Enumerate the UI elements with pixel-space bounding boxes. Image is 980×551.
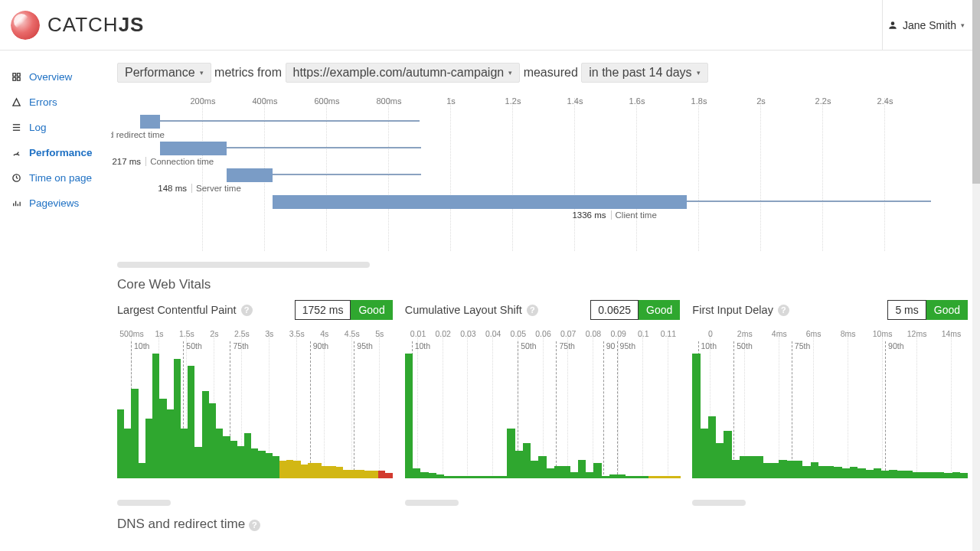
histogram-bar[interactable]	[562, 466, 570, 478]
histogram-bar[interactable]	[460, 476, 468, 478]
histogram-bar[interactable]	[223, 436, 230, 478]
sidebar-item-performance[interactable]: Performance	[0, 140, 111, 165]
histogram-bar[interactable]	[834, 467, 841, 478]
histogram-bar[interactable]	[842, 468, 850, 478]
histogram-bar[interactable]	[771, 463, 779, 478]
histogram-bar[interactable]	[468, 476, 475, 478]
histogram-scrollbar[interactable]	[117, 500, 171, 506]
histogram-bar[interactable]	[152, 354, 159, 478]
histogram-bar[interactable]	[251, 448, 258, 478]
histogram-bar[interactable]	[779, 460, 786, 478]
histogram-bar[interactable]	[444, 476, 452, 478]
help-icon[interactable]: ?	[527, 305, 538, 316]
histogram-bar[interactable]	[286, 460, 293, 478]
histogram-bar[interactable]	[420, 472, 428, 478]
histogram-bar[interactable]	[554, 466, 562, 478]
histogram-bar[interactable]	[475, 476, 483, 478]
histogram-bar[interactable]	[216, 429, 223, 478]
histogram-bar[interactable]	[538, 456, 546, 478]
histogram-bar[interactable]	[452, 476, 459, 478]
histogram-bar[interactable]	[756, 456, 763, 478]
sidebar-item-timeonpage[interactable]: Time on page	[0, 165, 111, 191]
histogram-bar[interactable]	[866, 470, 874, 478]
waterfall-bar[interactable]	[273, 195, 687, 209]
brand[interactable]: CATCHJS	[11, 11, 144, 40]
help-icon[interactable]: ?	[249, 520, 260, 531]
histogram-bar[interactable]	[850, 467, 858, 478]
waterfall-bar[interactable]	[160, 142, 227, 155]
histogram-bar[interactable]	[578, 460, 586, 478]
histogram-bar[interactable]	[124, 429, 131, 478]
histogram-bar[interactable]	[145, 419, 152, 478]
histogram-bar[interactable]	[405, 354, 413, 478]
histogram-bar[interactable]	[602, 476, 609, 478]
histogram-bar[interactable]	[826, 466, 834, 478]
sidebar-item-log[interactable]: Log	[0, 115, 111, 140]
histogram-bar[interactable]	[308, 463, 315, 478]
waterfall-bar[interactable]	[227, 168, 273, 182]
sidebar-item-errors[interactable]: Errors	[0, 90, 111, 115]
histogram-bar[interactable]	[188, 366, 194, 478]
histogram-bar[interactable]	[167, 409, 174, 478]
histogram-bar[interactable]	[515, 451, 523, 478]
help-icon[interactable]: ?	[241, 305, 253, 316]
histogram-bar[interactable]	[139, 463, 145, 478]
filter-kind-dropdown[interactable]: Performance▾	[117, 63, 211, 83]
histogram-bar[interactable]	[657, 476, 665, 478]
sidebar-item-overview[interactable]: Overview	[0, 64, 111, 90]
histogram-bar[interactable]	[665, 476, 672, 478]
histogram-bar[interactable]	[244, 433, 251, 478]
histogram-bar[interactable]	[364, 471, 371, 478]
histogram-bar[interactable]	[641, 476, 648, 478]
histogram-bar[interactable]	[921, 472, 929, 478]
histogram-bar[interactable]	[648, 476, 656, 478]
waterfall-bar[interactable]	[140, 115, 160, 129]
histogram-bar[interactable]	[194, 447, 201, 478]
histogram-bar[interactable]	[547, 468, 554, 478]
histogram-bar[interactable]	[279, 461, 286, 478]
sidebar-item-pageviews[interactable]: Pageviews	[0, 191, 111, 216]
histogram-bar[interactable]	[322, 466, 328, 478]
histogram-bar[interactable]	[747, 456, 755, 478]
waterfall-scrollbar[interactable]	[117, 262, 370, 268]
histogram-bar[interactable]	[131, 389, 138, 478]
histogram-bar[interactable]	[336, 467, 343, 478]
histogram-bar[interactable]	[350, 470, 357, 478]
histogram-bar[interactable]	[492, 476, 499, 478]
histogram-bar[interactable]	[672, 476, 680, 478]
histogram-bar[interactable]	[701, 429, 708, 478]
histogram-scrollbar[interactable]	[405, 500, 459, 506]
histogram-bar[interactable]	[633, 476, 641, 478]
histogram-bar[interactable]	[913, 472, 920, 478]
histogram-bar[interactable]	[692, 354, 700, 478]
user-menu[interactable]: Jane Smith ▾	[882, 0, 969, 50]
histogram-bar[interactable]	[936, 472, 944, 478]
histogram-bar[interactable]	[944, 473, 952, 478]
histogram-bar[interactable]	[586, 472, 593, 478]
histogram-bar[interactable]	[202, 391, 209, 478]
histogram-bar[interactable]	[897, 471, 905, 478]
histogram-bar[interactable]	[523, 443, 531, 478]
histogram-bar[interactable]	[329, 466, 336, 478]
histogram-bar[interactable]	[209, 403, 216, 478]
histogram-bar[interactable]	[570, 472, 578, 478]
histogram-bar[interactable]	[763, 463, 771, 478]
histogram-bar[interactable]	[499, 476, 507, 478]
histogram-bar[interactable]	[787, 461, 795, 478]
histogram-bar[interactable]	[617, 474, 625, 478]
histogram-bar[interactable]	[429, 473, 436, 478]
histogram-bar[interactable]	[273, 456, 279, 478]
histogram-bar[interactable]	[802, 466, 810, 478]
histogram-bar[interactable]	[811, 462, 818, 478]
filter-url-dropdown[interactable]: https://example.com/autumn-campaign▾	[286, 63, 521, 83]
help-icon[interactable]: ?	[778, 305, 789, 316]
histogram-bar[interactable]	[293, 461, 300, 478]
histogram-bar[interactable]	[889, 470, 897, 478]
histogram-bar[interactable]	[858, 468, 865, 478]
histogram-bar[interactable]	[343, 470, 350, 478]
histogram-bar[interactable]	[960, 473, 968, 478]
histogram-bar[interactable]	[952, 472, 960, 478]
histogram-bar[interactable]	[315, 463, 322, 478]
histogram-bar[interactable]	[117, 409, 124, 478]
histogram-bar[interactable]	[716, 443, 724, 478]
